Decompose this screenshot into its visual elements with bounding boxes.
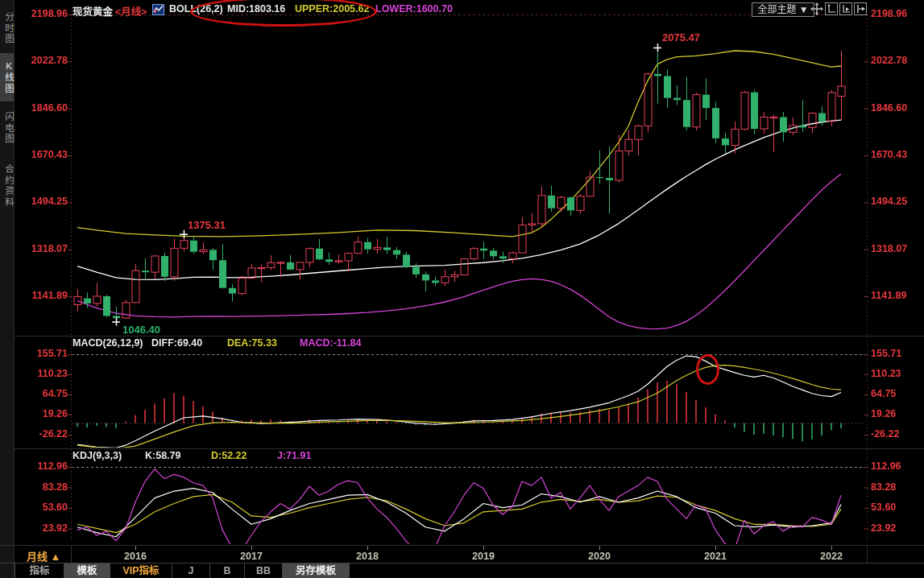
y-axis-label: 112.96 (871, 460, 901, 472)
macd-dea-value: DEA:75.33 (227, 337, 277, 349)
y-axis-label: 1670.43 (871, 149, 907, 160)
axis-divider (71, 546, 72, 564)
y-axis-label: 2022.78 (871, 55, 907, 66)
y-axis-label: 83.28 (871, 481, 896, 493)
y-axis-label: 2198.96 (8, 8, 68, 19)
price-annotation: 1046.40 (122, 324, 160, 336)
y-axis-label: 1494.25 (8, 196, 68, 207)
x-axis-year-label: 2020 (583, 551, 615, 562)
y-axis-label: 155.71 (8, 348, 68, 359)
y-axis-label: 2198.96 (871, 8, 907, 19)
y-axis-label: 19.26 (8, 408, 68, 419)
trading-app-window: 分时图 K线图 闪电图 合约资料 现货黄金 <月线> BOLL(26,2) MI… (0, 0, 924, 578)
y-axis-label: 1494.25 (871, 196, 907, 207)
y-axis-label: 53.60 (8, 502, 68, 513)
toolbar-vip-indicators[interactable]: VIP指标 (110, 564, 172, 578)
x-axis-year-label: 2016 (119, 551, 151, 562)
scale-right-axis-icon[interactable] (839, 2, 852, 15)
x-axis-year-label: 2017 (235, 551, 267, 562)
kdj-d-value: D:52.22 (211, 450, 247, 461)
tab-contract-info[interactable]: 合约资料 (0, 155, 14, 217)
macd-value: MACD:-11.84 (300, 337, 361, 349)
chart-canvas[interactable] (0, 0, 924, 578)
x-axis-year-label: 2022 (815, 551, 847, 562)
toolbar-save-template[interactable]: 另存模板 (283, 564, 350, 578)
y-axis-label: 1318.07 (871, 243, 907, 254)
y-axis-label: 23.92 (8, 522, 68, 534)
x-axis-year-label: 2018 (351, 551, 383, 562)
y-axis-label: 23.92 (871, 522, 896, 534)
price-annotation: 2075.47 (662, 31, 700, 43)
toolbar-b[interactable]: B (210, 564, 245, 578)
y-axis-label: 64.75 (8, 388, 68, 399)
period-tag: <月线> (115, 3, 147, 19)
axis-divider-right (867, 546, 868, 564)
x-axis-year-label: 2019 (467, 551, 499, 562)
symbol-title: 现货黄金 (73, 3, 113, 19)
period-selector[interactable]: 月线 ▲ (27, 548, 60, 564)
y-axis-label: 1846.60 (871, 102, 907, 114)
y-axis-label: 155.71 (871, 348, 901, 359)
boll-lower-value: LOWER:1600.70 (375, 3, 453, 14)
y-axis-label: 2022.78 (8, 55, 68, 66)
x-axis-year-label: 2021 (699, 551, 731, 562)
toolbar-indicators[interactable]: 指标 (15, 564, 64, 578)
kline-style-icon[interactable] (152, 4, 164, 18)
kdj-k-value: K:58.79 (145, 450, 180, 461)
macd-diff-value: DIFF:69.40 (151, 337, 202, 349)
macd-cross-highlight-circle (696, 354, 719, 385)
auto-scale-axis-icon[interactable] (825, 2, 838, 15)
kdj-indicator-label: KDJ(9,3,3) (73, 450, 122, 461)
y-axis-label: 1670.43 (8, 149, 68, 160)
toolbar-j[interactable]: J (172, 564, 210, 578)
y-axis-label: 1846.60 (8, 102, 68, 114)
bottom-toolbar: 指标 模板 VIP指标 J B BB 另存模板 (0, 563, 924, 578)
theme-dropdown[interactable]: 全部主题 ▼ (752, 2, 814, 17)
y-axis-label: 1141.89 (871, 290, 907, 301)
y-axis-label: 19.26 (871, 408, 896, 419)
price-annotation: 1375.31 (188, 219, 226, 231)
macd-indicator-label: MACD(26,12,9) (73, 337, 143, 349)
y-axis-label: 112.96 (8, 460, 68, 472)
y-axis-label: 110.23 (871, 368, 901, 379)
y-axis-label: 110.23 (8, 368, 68, 379)
y-axis-label: 53.60 (871, 502, 896, 513)
toolbar-bb[interactable]: BB (245, 564, 283, 578)
shift-right-icon[interactable] (854, 2, 867, 15)
pan-crosshair-icon[interactable] (810, 2, 823, 15)
y-axis-label: 83.28 (8, 481, 68, 493)
y-axis-label: 64.75 (871, 388, 896, 399)
y-axis-label: -26.22 (8, 428, 68, 440)
kdj-j-value: J:71.91 (277, 450, 311, 461)
y-axis-label: 1318.07 (8, 243, 68, 254)
y-axis-label: -26.22 (871, 428, 899, 440)
toolbar-templates[interactable]: 模板 (64, 564, 110, 578)
y-axis-label: 1141.89 (8, 290, 68, 301)
